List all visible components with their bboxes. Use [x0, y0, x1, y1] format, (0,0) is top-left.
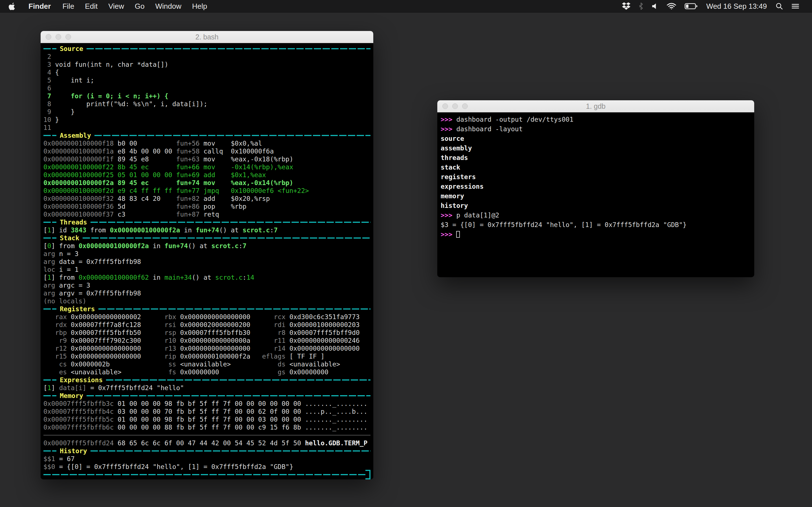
- terminal-line: $$1 = 67: [43, 455, 370, 463]
- text-segment: >>>: [441, 125, 456, 133]
- window-title: 2. bash: [195, 33, 218, 41]
- text-segment: 0x0000000100000f36: [43, 203, 117, 210]
- desktop[interactable]: { "colors":{ "fg":"#dcdcdc","bfg":"#f2f2…: [0, 0, 812, 507]
- menu-item-finder[interactable]: Finder: [22, 0, 57, 12]
- text-segment: scrot.c: [211, 242, 239, 249]
- text-segment: 0x0000000100000f32: [43, 195, 117, 202]
- notification-center-icon[interactable]: [792, 3, 799, 9]
- text-segment: fun+63: [176, 156, 200, 163]
- text-segment: >>>: [441, 116, 456, 123]
- terminal-line: 0x0000000100000f25 05 01 00 00 00 fun+69…: [43, 171, 370, 179]
- text-segment: history: [441, 202, 468, 209]
- text-segment: 0x00000000: [176, 369, 250, 376]
- menu-item-view[interactable]: View: [103, 0, 130, 12]
- text-segment: [ TF IF ]: [286, 353, 324, 360]
- close-button[interactable]: [442, 103, 448, 109]
- terminal-line: source: [441, 134, 751, 144]
- close-button[interactable]: [46, 34, 51, 40]
- terminal-line: (no locals): [43, 297, 370, 305]
- menu-item-file[interactable]: File: [57, 0, 80, 12]
- text-segment: arg: [43, 282, 55, 289]
- bluetooth-menu-icon[interactable]: [639, 2, 643, 10]
- terminal-line: 8 printf("%d: %s\n", i, data[i]);: [43, 100, 370, 108]
- text-segment: r14: [250, 345, 286, 352]
- text-segment: in: [149, 274, 164, 281]
- terminal-line: cs 0x0000002b ss <unavailable> ds <unava…: [43, 360, 370, 368]
- apple-menu[interactable]: [0, 2, 22, 10]
- text-segment: memory: [441, 192, 464, 200]
- text-segment: loc: [43, 266, 55, 273]
- dropbox-menu-icon[interactable]: [622, 2, 630, 10]
- text-segment: in: [180, 226, 196, 234]
- text-segment: >>>: [441, 231, 456, 238]
- text-segment: 0x00007fff7a8fc128: [67, 321, 141, 328]
- terminal-line: 0x00007fff5fbffb6c 00 00 00 00 88 fb bf …: [43, 424, 370, 431]
- text-segment: gs: [250, 369, 286, 376]
- volume-menu-icon[interactable]: [652, 3, 658, 10]
- text-segment: scrot.c: [243, 226, 270, 234]
- text-segment: 0x0000000100000f37: [43, 211, 117, 218]
- terminal-line: 0x0000000100000f22 8b 45 ec fun+66 mov -…: [43, 163, 370, 171]
- divider-dash: [91, 450, 370, 452]
- divider-dash: [98, 308, 370, 309]
- memory-separator: [43, 431, 370, 439]
- menu-clock[interactable]: Wed 16 Sep 13:49: [706, 2, 767, 11]
- menu-bar-status: Wed 16 Sep 13:49: [618, 0, 812, 12]
- terminal-line: [1] from 0x0000000100000f62 in main+34()…: [43, 274, 370, 281]
- text-segment: 0x0000000000000000: [286, 345, 360, 352]
- text-segment: }: [55, 108, 75, 115]
- text-segment: p data[1]@2: [456, 212, 499, 219]
- divider-dash: [106, 379, 370, 381]
- section-label: Assembly: [59, 131, 92, 139]
- menu-item-window[interactable]: Window: [150, 0, 187, 12]
- window-gdb: 1. gdb >>> dashboard -output /dev/ttys00…: [437, 100, 754, 277]
- text-segment: arg: [43, 258, 55, 265]
- text-segment: stack: [441, 164, 460, 171]
- minimize-button[interactable]: [452, 103, 458, 109]
- text-segment: [: [43, 226, 47, 234]
- text-segment: r10: [141, 337, 176, 344]
- text-segment: add $0x20,%rsp: [200, 195, 270, 202]
- text-segment: 0x0000000100000f62: [79, 274, 149, 281]
- terminal-content-bash[interactable]: Source 2 3 void fun(int n, char *data[])…: [41, 43, 373, 478]
- zoom-button[interactable]: [462, 103, 468, 109]
- text-segment: cs: [43, 360, 67, 368]
- text-segment: 3: [43, 61, 55, 68]
- menu-item-go[interactable]: Go: [130, 0, 150, 12]
- terminal-line: >>> p data[1]@2: [441, 210, 751, 220]
- divider-dash: [87, 48, 370, 49]
- text-segment: fun+82: [176, 195, 200, 202]
- text-segment: 10: [43, 116, 55, 123]
- text-segment: 01 00 00 00 98 fb bf 5f ff 7f 00 00 03 0…: [114, 416, 367, 423]
- menu-item-edit[interactable]: Edit: [80, 0, 103, 12]
- terminal-line: [0] from 0x0000000100000f2a in fun+74() …: [43, 242, 370, 250]
- terminal-line: registers: [441, 172, 751, 182]
- divider-dash: [91, 222, 370, 223]
- terminal-line: >>> dashboard -output /dev/ttys001: [441, 115, 751, 124]
- titlebar-bash[interactable]: 2. bash: [41, 31, 373, 43]
- terminal-line: expressions: [441, 182, 751, 191]
- zoom-button[interactable]: [65, 34, 71, 40]
- text-segment: data[i]: [59, 384, 86, 392]
- terminal-line: 0x00007fff5fbffd24 68 65 6c 6c 6f 00 47 …: [43, 439, 370, 447]
- divider-dash: [43, 395, 56, 396]
- terminal-line: 0x0000000100000f2a 89 45 ec fun+74 mov %…: [43, 179, 370, 187]
- wifi-menu-icon[interactable]: [667, 3, 676, 10]
- terminal-content-gdb[interactable]: >>> dashboard -output /dev/ttys001>>> da…: [437, 112, 754, 239]
- text-segment: 7: [243, 242, 246, 249]
- divider-dash: [43, 237, 56, 238]
- menu-item-help[interactable]: Help: [187, 0, 212, 12]
- section-label: History: [59, 447, 88, 455]
- titlebar-gdb[interactable]: 1. gdb: [437, 100, 754, 112]
- text-segment: scrot.c: [215, 274, 243, 281]
- divider-dash: [43, 379, 56, 381]
- spotlight-search-icon[interactable]: [776, 3, 783, 10]
- text-segment: [: [43, 274, 47, 281]
- minimize-button[interactable]: [56, 34, 61, 40]
- text-segment: 48 83 c4 20: [117, 195, 176, 202]
- divider-bracket: [365, 470, 370, 480]
- divider-dash: [43, 308, 56, 309]
- battery-menu-icon[interactable]: [684, 3, 698, 10]
- terminal-line: $3 = {[0] = 0x7fff5fbffd24 "hello", [1] …: [441, 220, 751, 230]
- text-segment: 0x0000000100000f2a: [176, 353, 250, 360]
